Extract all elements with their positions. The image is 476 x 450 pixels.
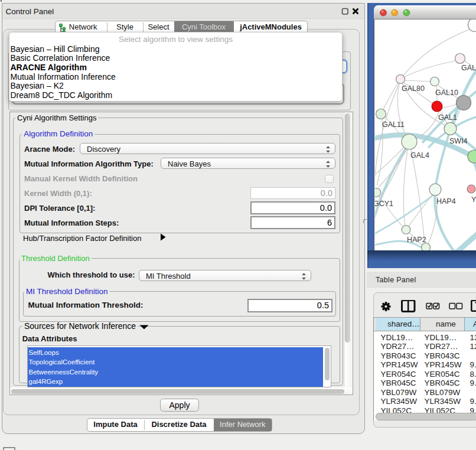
svg-text:GAL1: GAL1 <box>438 113 457 122</box>
svg-text:HAP4: HAP4 <box>436 197 456 206</box>
svg-text:GAL4: GAL4 <box>410 151 429 159</box>
svg-text:GAL7: GAL7 <box>461 64 476 72</box>
svg-text:GAL80: GAL80 <box>402 84 425 93</box>
svg-text:GAL10: GAL10 <box>435 89 458 97</box>
svg-text:SWI4: SWI4 <box>449 137 468 145</box>
svg-text:GAL11: GAL11 <box>382 120 405 129</box>
svg-text:Y: Y <box>471 195 476 204</box>
svg-text:GCY1: GCY1 <box>375 200 393 208</box>
svg-text:HAP2: HAP2 <box>407 236 426 244</box>
